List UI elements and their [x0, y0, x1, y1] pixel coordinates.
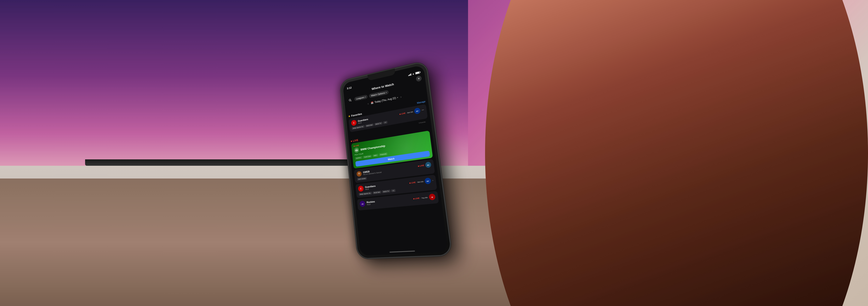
star-icon: ★ [348, 115, 350, 118]
yankees-logo-2: NY [425, 177, 431, 184]
live-section-dot [351, 141, 352, 142]
channel-tag: +2 [391, 189, 396, 192]
live-dot [400, 113, 401, 115]
close-button[interactable]: ✕ [416, 75, 422, 82]
channel-tag: MLB Net [365, 123, 374, 127]
channel-tag: Bally Sports GL [359, 192, 372, 196]
search-button[interactable] [347, 97, 353, 103]
next-date-button[interactable]: › [399, 95, 403, 99]
app-content: Where to Watch ✕ Leagues [344, 74, 448, 256]
channel-tag: NBC [372, 154, 378, 157]
channel-tag: MLB.TV [374, 122, 382, 126]
channel-tag: Peacock [379, 152, 388, 157]
phone-frame: 3:12 ▲ [340, 61, 452, 259]
prev-date-button[interactable]: ‹ [366, 101, 370, 106]
more-options-icon: ••• [422, 108, 424, 111]
svg-text:CR: CR [362, 203, 364, 205]
channel-tag: Golf Chnl [363, 155, 372, 159]
svg-text:C: C [353, 122, 355, 124]
signal-icon [408, 73, 411, 76]
person-silhouette [485, 0, 868, 306]
bc-icon: BC [426, 163, 430, 167]
chevron-down-icon: ▾ [386, 92, 387, 94]
channel-tag: +2 [383, 121, 388, 124]
hand-phone-area: 3:12 ▲ [293, 17, 489, 306]
golf-icon: PGA [355, 148, 358, 152]
guardians-icon: C [352, 121, 356, 125]
yankees-logo: NY [414, 107, 421, 114]
svg-text:PGA: PGA [355, 149, 358, 151]
live-badge-soccer: LIVE [418, 164, 424, 167]
channel-tag: ACC Extra [357, 177, 367, 181]
svg-text:NY: NY [427, 180, 429, 182]
gweb-logo [356, 171, 362, 177]
leagues-filter[interactable]: Leagues ▾ [354, 95, 368, 101]
live-badge: LIVE · Bot 6th [400, 111, 413, 115]
channel-tag: MLB Net [373, 191, 381, 194]
nationals-logo: W [429, 193, 436, 200]
scroll-content[interactable]: ★ Favorites Manage [346, 98, 447, 252]
svg-point-0 [349, 99, 351, 101]
channel-tag: ESPN+ [355, 156, 363, 160]
calendar-icon: 📅 [371, 101, 374, 104]
chevron-down-icon: ▾ [365, 96, 366, 98]
svg-point-9 [358, 173, 360, 174]
inning-label-2: · Bot 6th [416, 180, 424, 183]
svg-text:C: C [360, 188, 362, 190]
background-scene: 3:12 ▲ [0, 0, 868, 306]
svg-text:BC: BC [427, 164, 430, 166]
live-badge-3: LIVE · Top 8th [413, 196, 428, 200]
manage-button[interactable]: Manage [417, 100, 426, 104]
phone-screen: 3:12 ▲ [343, 65, 448, 256]
channel-tag: MLB.TV [382, 190, 391, 193]
guardians-logo: C [351, 120, 357, 126]
yankees-icon: NY [415, 108, 420, 113]
inning-label: · Bot 6th [406, 111, 413, 114]
search-icon [349, 99, 351, 102]
status-time: 3:12 [347, 86, 352, 90]
live-section-label: LIVE [353, 139, 359, 142]
bc-logo: BC [425, 162, 431, 168]
wifi-icon: ▲ [412, 72, 415, 75]
more-icon: • [432, 179, 433, 182]
chevron-down-icon: ▾ [397, 97, 398, 99]
live-badge-2: LIVE · Bot 6th [409, 180, 424, 184]
inning-label-3: · Top 8th [421, 196, 428, 199]
home-indicator [390, 250, 415, 253]
guardians-logo-2: C [358, 185, 364, 192]
svg-line-1 [351, 101, 351, 101]
pga-logo: PGA [354, 147, 359, 153]
gweb-icon [357, 172, 361, 176]
battery-icon [415, 71, 420, 74]
rockies-logo: CR [360, 201, 366, 207]
